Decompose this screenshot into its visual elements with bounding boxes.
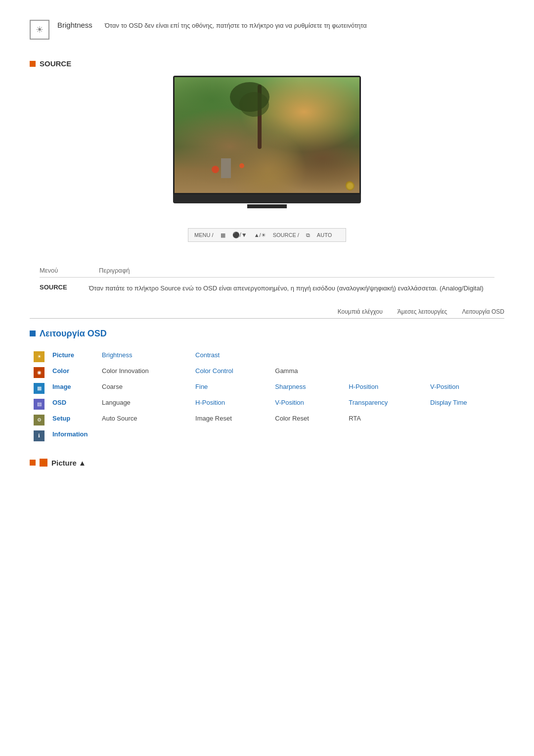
- brightness-description: Όταν το OSD δεν είναι επί της οθόνης, πα…: [105, 20, 367, 31]
- image-item-hposition[interactable]: H-Position: [349, 383, 384, 390]
- image-category[interactable]: Image: [48, 380, 98, 396]
- source-ctrl-label: SOURCE /: [273, 232, 299, 238]
- source-header-icon: [30, 61, 36, 67]
- osd-item-hposition[interactable]: H-Position: [195, 399, 231, 406]
- tab-osd[interactable]: Λειτουργία OSD: [462, 308, 504, 315]
- osd-item-vposition[interactable]: V-Position: [275, 399, 310, 406]
- col-desc-header: Περιγραφή: [99, 267, 130, 274]
- menu-label: MENU /: [194, 232, 214, 238]
- brightness-icon: ☀: [30, 20, 49, 40]
- osd-title: Λειτουργία OSD: [40, 329, 107, 339]
- picture-footer-orange-icon: [30, 460, 36, 466]
- monitor-stand: [247, 204, 287, 208]
- tabs-bar: Κουμπιά ελέγχου Άμεσες λειτουργίες Λειτο…: [30, 308, 504, 319]
- information-category[interactable]: Information: [48, 428, 98, 444]
- col-menu-header: Μενού: [40, 267, 79, 274]
- source-section-header: SOURCE: [30, 59, 504, 68]
- menu-icon: ▦: [221, 232, 225, 238]
- osd-item-transparency[interactable]: Transparency: [349, 399, 394, 406]
- color-category[interactable]: Color: [48, 365, 98, 380]
- tab-direct[interactable]: Άμεσες λειτουργίες: [398, 308, 447, 315]
- monitor-screen: [173, 76, 361, 194]
- osd-row-osd: ▤ OSD Language H-Position V-Position Tra…: [30, 396, 504, 412]
- setup-category[interactable]: Setup: [48, 412, 98, 428]
- osd-section: Λειτουργία OSD ☀ Picture Brightness Cont…: [30, 329, 504, 444]
- brightness-label: Brightness: [57, 20, 97, 29]
- setup-item-rta[interactable]: RTA: [349, 415, 367, 422]
- control-bar: MENU / ▦ ⚫/▼ ▲/☀ SOURCE / ⧉ AUTO: [188, 228, 346, 242]
- osd-category[interactable]: OSD: [48, 396, 98, 412]
- source-menu-label: SOURCE: [40, 284, 79, 293]
- auto-label: AUTO: [317, 232, 332, 238]
- image-icon: ▦: [34, 383, 44, 394]
- osd-row-color: ◉ Color Color Innovation Color Control G…: [30, 365, 504, 380]
- source-menu-desc: Όταν πατάτε το πλήκτρο Source ενώ το OSD…: [89, 284, 494, 293]
- osd-row-picture: ☀ Picture Brightness Contrast: [30, 349, 504, 365]
- osd-header-icon: [30, 331, 36, 336]
- setup-item-autosource[interactable]: Auto Source: [102, 415, 143, 422]
- monitor-base: [173, 194, 361, 203]
- picture-footer-section: Picture ▲: [30, 459, 504, 467]
- osd-item-displaytime[interactable]: Display Time: [430, 399, 473, 406]
- osd-item-language[interactable]: Language: [102, 399, 136, 406]
- brightness-up-icon: ▲/☀: [254, 232, 266, 238]
- image-item-coarse[interactable]: Coarse: [102, 383, 129, 390]
- image-item-fine[interactable]: Fine: [195, 383, 214, 390]
- description-table: Μενού Περιγραφή SOURCE Όταν πατάτε το πλ…: [30, 267, 504, 293]
- osd-table: ☀ Picture Brightness Contrast ◉ Color Co…: [30, 349, 504, 444]
- setup-item-colorreset[interactable]: Color Reset: [275, 415, 315, 422]
- image-item-sharpness[interactable]: Sharpness: [275, 383, 312, 390]
- color-item-gamma[interactable]: Gamma: [275, 367, 304, 375]
- osd-section-header: Λειτουργία OSD: [30, 329, 504, 339]
- osd-row-setup: ⚙ Setup Auto Source Image Reset Color Re…: [30, 412, 504, 428]
- source-icon: ⧉: [306, 232, 310, 238]
- setup-icon: ⚙: [34, 415, 44, 425]
- picture-footer-label[interactable]: Picture ▲: [51, 459, 86, 467]
- picture-footer-blue-icon: [40, 459, 47, 467]
- image-item-vposition[interactable]: V-Position: [430, 383, 465, 390]
- osd-row-image: ▦ Image Coarse Fine Sharpness H-Position…: [30, 380, 504, 396]
- brightness-ctrl-symbol: ⚫/▼: [232, 232, 247, 238]
- color-icon: ◉: [34, 367, 44, 378]
- table-header-row: Μενού Περιγραφή: [40, 267, 494, 278]
- picture-icon: ☀: [34, 351, 44, 362]
- color-item-innovation[interactable]: Color Innovation: [102, 367, 155, 375]
- tab-controls[interactable]: Κουμπιά ελέγχου: [338, 308, 383, 315]
- picture-item-brightness[interactable]: Brightness: [102, 351, 138, 359]
- osd-row-information: ℹ Information: [30, 428, 504, 444]
- osd-icon: ▤: [34, 399, 44, 410]
- brightness-section: ☀ Brightness Όταν το OSD δεν είναι επί τ…: [30, 20, 504, 40]
- source-title: SOURCE: [40, 59, 71, 68]
- information-icon: ℹ: [34, 430, 44, 441]
- table-row-source: SOURCE Όταν πατάτε το πλήκτρο Source ενώ…: [40, 284, 494, 293]
- setup-item-imagereset[interactable]: Image Reset: [195, 415, 238, 422]
- picture-category[interactable]: Picture: [48, 349, 98, 365]
- picture-item-contrast[interactable]: Contrast: [195, 351, 225, 359]
- color-item-control[interactable]: Color Control: [195, 367, 239, 375]
- monitor-container: [30, 76, 504, 208]
